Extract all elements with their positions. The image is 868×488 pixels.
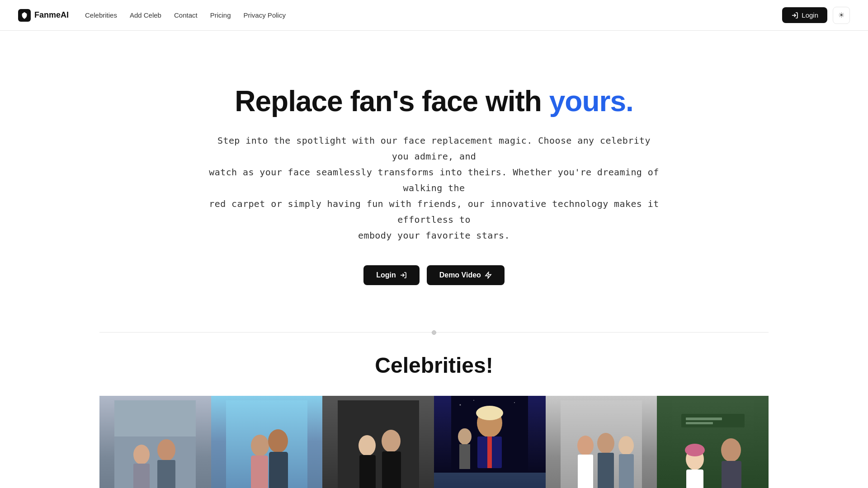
demo-icon (485, 272, 492, 279)
svg-point-16 (251, 435, 269, 456)
nav-link-privacy[interactable]: Privacy Policy (244, 9, 286, 21)
celeb-image-2 (211, 396, 323, 488)
svg-rect-51 (598, 453, 614, 488)
hero-description: Step into the spotlight with our face re… (208, 133, 660, 244)
svg-rect-55 (619, 454, 634, 488)
logo[interactable]: FanmeAI (18, 9, 69, 22)
celeb-card-5[interactable] (546, 396, 657, 488)
hero-title-highlight: yours. (549, 85, 633, 117)
svg-rect-24 (338, 400, 419, 488)
celeb-image-4 (434, 396, 546, 473)
svg-rect-65 (686, 469, 703, 488)
svg-rect-47 (578, 455, 593, 488)
hero-login-button[interactable]: Login (363, 265, 420, 285)
svg-point-29 (382, 430, 401, 452)
celeb-card-3[interactable] (322, 396, 434, 488)
logo-text: FanmeAI (34, 10, 69, 20)
svg-rect-26 (359, 455, 376, 488)
svg-rect-17 (251, 455, 268, 488)
login-icon (791, 12, 798, 19)
celeb-card-1[interactable] (99, 396, 211, 488)
svg-rect-73 (451, 473, 528, 488)
svg-rect-43 (459, 444, 470, 469)
svg-point-68 (721, 438, 741, 462)
svg-point-42 (458, 428, 472, 445)
sun-icon: ☀ (838, 11, 844, 19)
svg-point-34 (460, 404, 461, 405)
hero-login-icon (400, 272, 407, 279)
nav-link-contact[interactable]: Contact (174, 9, 198, 21)
svg-point-64 (685, 444, 705, 456)
svg-rect-7 (133, 464, 150, 488)
nav-link-add-celeb[interactable]: Add Celeb (130, 9, 161, 21)
logo-icon (18, 9, 31, 22)
celeb-image-3 (322, 396, 434, 488)
svg-point-46 (577, 436, 594, 455)
celeb-image-5 (546, 396, 657, 488)
svg-point-20 (268, 429, 288, 453)
hero-title-part1: Replace fan's face with (235, 85, 549, 117)
celeb-image-1 (99, 396, 211, 488)
svg-point-37 (514, 402, 515, 403)
svg-rect-62 (686, 422, 713, 424)
divider-dot (432, 330, 436, 335)
hero-title: Replace fan's face with yours. (235, 85, 633, 118)
celeb-image-7 (434, 473, 546, 488)
celeb-card-6[interactable] (657, 396, 769, 488)
nav-link-celebrities[interactable]: Celebrities (85, 9, 117, 21)
svg-rect-30 (382, 451, 401, 488)
svg-point-54 (618, 436, 634, 455)
theme-toggle-button[interactable]: ☀ (833, 7, 850, 24)
svg-rect-69 (722, 461, 741, 488)
demo-video-button[interactable]: Demo Video (427, 265, 505, 285)
hero-buttons: Login Demo Video (363, 265, 505, 285)
divider-line-right (436, 332, 769, 333)
celeb-card-4[interactable] (434, 396, 546, 473)
celeb-card-2[interactable] (211, 396, 323, 488)
celebrities-title: Celebrities! (99, 353, 769, 378)
nav-link-pricing[interactable]: Pricing (210, 9, 231, 21)
nav-links: Celebrities Add Celeb Contact Pricing Pr… (85, 9, 286, 21)
svg-rect-11 (157, 460, 175, 488)
section-divider (0, 330, 868, 335)
svg-rect-5 (114, 436, 196, 488)
svg-rect-60 (681, 414, 745, 427)
svg-rect-61 (686, 418, 722, 420)
svg-point-35 (473, 400, 474, 401)
navbar-left: FanmeAI Celebrities Add Celeb Contact Pr… (18, 9, 286, 22)
divider-line-left (99, 332, 432, 333)
nav-login-button[interactable]: Login (782, 7, 827, 23)
svg-point-39 (476, 406, 503, 420)
svg-rect-41 (487, 436, 492, 468)
celebrities-grid (99, 396, 769, 488)
svg-point-50 (597, 433, 614, 454)
svg-point-25 (359, 435, 376, 456)
svg-point-10 (157, 439, 175, 461)
svg-point-6 (133, 445, 150, 465)
celeb-card-7[interactable] (434, 473, 546, 488)
svg-rect-21 (269, 452, 288, 488)
svg-marker-2 (486, 272, 491, 278)
celebrities-section: Celebrities! (0, 353, 868, 488)
hero-section: Replace fan's face with yours. Step into… (0, 31, 868, 321)
celeb-image-6 (657, 396, 769, 488)
navbar: FanmeAI Celebrities Add Celeb Contact Pr… (0, 0, 868, 31)
navbar-right: Login ☀ (782, 7, 850, 24)
